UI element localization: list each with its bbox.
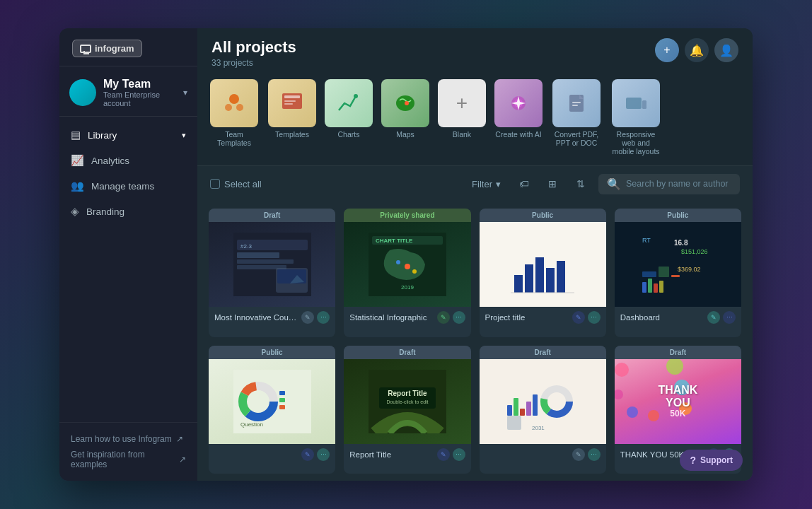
card-action-1[interactable]: ✎ <box>437 311 450 324</box>
sidebar-item-manage-teams[interactable]: 👥 Manage teams <box>59 173 197 199</box>
svg-rect-74 <box>507 416 521 430</box>
project-count: 33 projects <box>211 58 296 68</box>
svg-rect-51 <box>659 281 663 293</box>
user-button[interactable]: 👤 <box>714 38 738 62</box>
card-actions: ✎ ⋯ <box>437 311 465 324</box>
sidebar-item-library[interactable]: ▤ Library ▾ <box>59 122 197 148</box>
chevron-down-icon: ▾ <box>496 179 501 189</box>
card-footer: Statistical Infographic ✎ ⋯ <box>344 307 470 328</box>
card-footer: Dashboard ✎ ⋯ <box>615 307 741 328</box>
project-card[interactable]: Public Question <box>209 346 335 474</box>
svg-rect-14 <box>572 105 578 106</box>
svg-rect-48 <box>642 282 646 293</box>
template-item-maps[interactable]: Maps <box>381 79 429 156</box>
template-item-charts[interactable]: Charts <box>325 79 373 156</box>
tag-button[interactable]: 🏷 <box>514 173 535 194</box>
bell-icon: 🔔 <box>690 44 704 57</box>
svg-rect-13 <box>572 102 581 103</box>
notifications-button[interactable]: 🔔 <box>685 38 709 62</box>
svg-rect-21 <box>237 259 294 264</box>
project-card[interactable]: Public RT 16.8 $151,026 $369.02 <box>615 209 741 337</box>
svg-rect-6 <box>284 103 293 105</box>
card-action-2[interactable]: ⋯ <box>723 311 736 324</box>
select-all-label: Select all <box>224 179 262 189</box>
card-action-2[interactable]: ⋯ <box>453 448 465 461</box>
team-name: My Team <box>103 78 176 90</box>
logo-icon <box>80 45 91 53</box>
card-actions: ✎ ⋯ <box>707 311 736 324</box>
inspiration-link[interactable]: Get inspiration from examples ↗ <box>71 447 186 472</box>
svg-rect-57 <box>279 391 285 395</box>
sidebar-item-label: Analytics <box>91 156 129 166</box>
project-card[interactable]: Draft <box>480 346 606 474</box>
card-action-edit[interactable]: ✎ <box>301 311 314 324</box>
chevron-right-icon: ▾ <box>182 131 186 140</box>
select-all[interactable]: Select all <box>210 179 262 189</box>
card-action-1[interactable]: ✎ <box>301 448 314 461</box>
card-actions: ✎ ⋯ <box>572 311 601 324</box>
card-actions: ✎ ⋯ <box>437 448 465 461</box>
card-preview: #2-3 <box>209 222 335 307</box>
analytics-icon: 📈 <box>71 154 84 167</box>
status-badge: Public <box>615 209 741 222</box>
select-all-checkbox[interactable] <box>210 179 220 189</box>
convert-thumb <box>552 79 601 127</box>
sidebar-item-branding[interactable]: ◈ Branding <box>59 199 197 224</box>
template-item-create-ai[interactable]: Create with AI <box>494 79 543 156</box>
svg-rect-20 <box>237 252 279 258</box>
filter-button[interactable]: Filter ▾ <box>466 175 506 193</box>
main-content: All projects 33 projects + 🔔 👤 Team Temp… <box>197 28 753 481</box>
support-icon: ? <box>690 455 696 466</box>
team-avatar <box>69 79 96 106</box>
project-card[interactable]: Privately shared CHART TITLE 2019 <box>344 209 470 337</box>
template-item-convert[interactable]: Convert PDF, PPT or DOC <box>551 79 602 156</box>
support-button[interactable]: ? Support <box>680 450 743 471</box>
card-action-2[interactable]: ⋯ <box>588 311 601 324</box>
status-badge: Draft <box>480 346 606 359</box>
svg-point-77 <box>627 406 638 418</box>
sidebar-item-analytics[interactable]: 📈 Analytics <box>59 148 197 173</box>
svg-text:CHART TITLE: CHART TITLE <box>376 238 413 244</box>
svg-text:Report Title: Report Title <box>388 390 427 397</box>
card-action-share[interactable]: ⋯ <box>317 311 330 324</box>
search-icon: 🔍 <box>607 177 621 191</box>
card-footer: ✎ ⋯ <box>209 444 335 465</box>
team-section[interactable]: My Team Team Enterprise account ▾ <box>59 66 197 117</box>
project-card[interactable]: Public Project title ✎ <box>480 209 606 337</box>
card-action-2[interactable]: ⋯ <box>453 311 465 324</box>
card-actions: ✎ ⋯ <box>301 311 330 324</box>
sort-button[interactable]: ⇅ <box>570 173 591 194</box>
template-item-blank[interactable]: + Blank <box>438 79 486 156</box>
search-input[interactable] <box>626 179 731 189</box>
svg-rect-68 <box>520 409 525 416</box>
card-action-2[interactable]: ⋯ <box>588 448 601 461</box>
card-action-2[interactable]: ⋯ <box>317 448 330 461</box>
svg-text:RT: RT <box>642 237 651 244</box>
card-preview: CHART TITLE 2019 <box>344 222 470 307</box>
card-footer: Report Title ✎ ⋯ <box>344 444 470 465</box>
card-action-1[interactable]: ✎ <box>437 448 450 461</box>
grid-button[interactable]: ⊞ <box>542 173 563 194</box>
template-item-templates[interactable]: Templates <box>268 79 316 156</box>
blank-label: Blank <box>453 130 471 139</box>
search-box: 🔍 <box>598 174 740 194</box>
app-window: infogram My Team Team Enterprise account… <box>59 28 753 481</box>
project-grid: Draft #2-3 Most Innovativ <box>197 201 753 481</box>
card-action-1[interactable]: ✎ <box>707 311 720 324</box>
project-card[interactable]: Draft Report Title Double-click to edit <box>344 346 470 474</box>
card-action-1[interactable]: ✎ <box>572 311 585 324</box>
template-item-responsive[interactable]: Responsive web and mobile layouts <box>610 79 661 156</box>
user-icon: 👤 <box>719 44 733 57</box>
card-title: Report Title <box>349 450 391 459</box>
svg-point-29 <box>405 264 410 269</box>
maps-label: Maps <box>396 130 414 139</box>
card-actions: ✎ ⋯ <box>572 448 601 461</box>
template-item-team[interactable]: Team Templates <box>209 79 260 156</box>
sidebar-logo: infogram <box>59 28 197 66</box>
add-button[interactable]: + <box>655 38 679 62</box>
learn-link[interactable]: Learn how to use Infogram ↗ <box>71 431 186 447</box>
project-card[interactable]: Draft #2-3 Most Innovativ <box>209 209 335 337</box>
card-action-1[interactable]: ✎ <box>572 448 585 461</box>
svg-point-82 <box>648 410 659 421</box>
svg-rect-15 <box>626 98 642 109</box>
